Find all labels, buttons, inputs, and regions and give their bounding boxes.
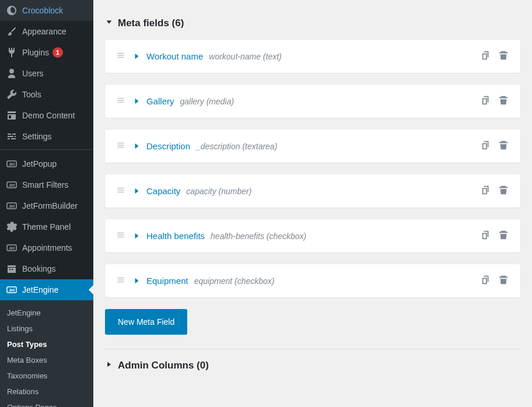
field-meta: health-benefits (checkbox) [211, 231, 306, 241]
wrench-icon [6, 89, 18, 100]
menu-separator [0, 147, 93, 150]
sidebar-item-label: Smart Filters [22, 180, 68, 190]
field-meta: workout-name (text) [209, 52, 281, 61]
meta-field-row: Equipmentequipment (checkbox) [105, 264, 520, 297]
croco-icon [6, 5, 18, 16]
sidebar-item-bookings[interactable]: Bookings [0, 258, 93, 279]
sidebar-item-settings[interactable]: Settings [0, 126, 93, 147]
row-actions [481, 95, 509, 107]
section-title: Admin Columns (0) [118, 360, 209, 371]
submenu-item-jetengine[interactable]: JetEngine [0, 305, 93, 321]
sidebar-item-appointments[interactable]: Appointments [0, 237, 93, 258]
trash-icon[interactable] [498, 50, 509, 62]
jet-icon [6, 284, 18, 296]
field-label[interactable]: Workout name [146, 51, 203, 61]
sidebar-item-label: Settings [22, 132, 52, 141]
copy-icon[interactable] [481, 275, 491, 287]
sidebar-item-label: Users [22, 69, 44, 78]
update-badge: 1 [52, 47, 63, 58]
jet-icon [6, 200, 18, 212]
drag-handle-icon[interactable] [117, 96, 125, 106]
sidebar-item-jetengine[interactable]: JetEngine [0, 279, 93, 300]
sidebar-item-label: JetEngine [22, 285, 58, 294]
drag-handle-icon[interactable] [117, 231, 125, 241]
copy-icon[interactable] [481, 95, 491, 107]
copy-icon[interactable] [481, 140, 491, 152]
sidebar-item-tools[interactable]: Tools [0, 84, 93, 105]
sidebar-item-demo-content[interactable]: Demo Content [0, 105, 93, 126]
submenu-item-listings[interactable]: Listings [0, 321, 93, 336]
jet-icon [6, 242, 18, 254]
sidebar-item-label: Plugins [22, 48, 49, 57]
row-actions [481, 185, 509, 197]
submenu-item-options-pages[interactable]: Options Pages [0, 399, 93, 407]
sidebar-item-label: Appointments [22, 243, 72, 252]
new-meta-field-button[interactable]: New Meta Field [105, 309, 187, 335]
trash-icon[interactable] [498, 230, 509, 242]
user-icon [6, 68, 18, 79]
chevron-right-icon [105, 360, 113, 371]
plug-icon [6, 47, 18, 58]
meta-field-row: Capacitycapacity (number) [105, 174, 520, 208]
field-label[interactable]: Capacity [146, 186, 180, 196]
sidebar-item-label: Appearance [22, 27, 66, 36]
field-label[interactable]: Equipment [146, 276, 188, 286]
sidebar-item-users[interactable]: Users [0, 63, 93, 84]
brush-icon [6, 26, 18, 37]
field-label[interactable]: Description [146, 141, 190, 151]
submenu-item-taxonomies[interactable]: Taxonomies [0, 368, 93, 384]
sidebar-item-appearance[interactable]: Appearance [0, 21, 93, 42]
copy-icon[interactable] [481, 185, 491, 197]
expand-field-icon[interactable] [133, 277, 141, 285]
section-title: Meta fields (6) [118, 17, 184, 29]
expand-field-icon[interactable] [133, 232, 141, 240]
sidebar-item-plugins[interactable]: Plugins1 [0, 42, 93, 63]
sidebar-item-label: Bookings [22, 264, 56, 273]
gear-icon [6, 221, 18, 233]
sidebar-item-smart-filters[interactable]: Smart Filters [0, 174, 93, 195]
sidebar-item-label: Crocoblock [22, 6, 63, 15]
sidebar-item-theme-panel[interactable]: Theme Panel [0, 216, 93, 237]
trash-icon[interactable] [498, 185, 509, 197]
drag-handle-icon[interactable] [117, 276, 125, 286]
submenu-item-relations[interactable]: Relations [0, 384, 93, 399]
meta-field-row: Health benefitshealth-benefits (checkbox… [105, 219, 520, 252]
row-actions [481, 140, 509, 152]
expand-field-icon[interactable] [133, 52, 141, 60]
jetengine-submenu: JetEngineListingsPost TypesMeta BoxesTax… [0, 300, 93, 407]
row-actions [481, 50, 509, 62]
submenu-item-post-types[interactable]: Post Types [0, 336, 93, 352]
sidebar-item-label: JetPopup [22, 159, 57, 169]
sidebar-item-label: JetFormBuilder [22, 201, 78, 210]
expand-field-icon[interactable] [133, 187, 141, 195]
demo-icon [6, 110, 18, 121]
sidebar-item-jetformbuilder[interactable]: JetFormBuilder [0, 195, 93, 216]
meta-field-row: Workout nameworkout-name (text) [105, 40, 520, 73]
field-meta: capacity (number) [186, 187, 251, 196]
expand-field-icon[interactable] [133, 142, 141, 150]
meta-field-row: Description_description (textarea) [105, 129, 520, 163]
bookings-icon [6, 263, 18, 275]
jet-icon [6, 179, 18, 191]
expand-field-icon[interactable] [133, 97, 141, 105]
row-actions [481, 275, 509, 287]
copy-icon[interactable] [481, 230, 491, 242]
submenu-item-meta-boxes[interactable]: Meta Boxes [0, 352, 93, 368]
sidebar-item-label: Tools [22, 90, 41, 99]
meta-fields-section-header[interactable]: Meta fields (6) [105, 0, 520, 40]
drag-handle-icon[interactable] [117, 141, 125, 151]
trash-icon[interactable] [498, 140, 509, 152]
chevron-down-icon [105, 17, 113, 29]
field-label[interactable]: Health benefits [146, 231, 205, 241]
field-label[interactable]: Gallery [146, 96, 174, 106]
sidebar-item-crocoblock[interactable]: Crocoblock [0, 0, 93, 21]
field-meta: gallery (media) [180, 97, 235, 106]
trash-icon[interactable] [498, 95, 509, 107]
drag-handle-icon[interactable] [117, 51, 125, 61]
admin-columns-section-header[interactable]: Admin Columns (0) [105, 349, 520, 382]
drag-handle-icon[interactable] [117, 186, 125, 196]
field-meta: _description (textarea) [196, 142, 277, 151]
sidebar-item-jetpopup[interactable]: JetPopup [0, 153, 93, 174]
copy-icon[interactable] [481, 50, 491, 62]
trash-icon[interactable] [498, 275, 509, 287]
